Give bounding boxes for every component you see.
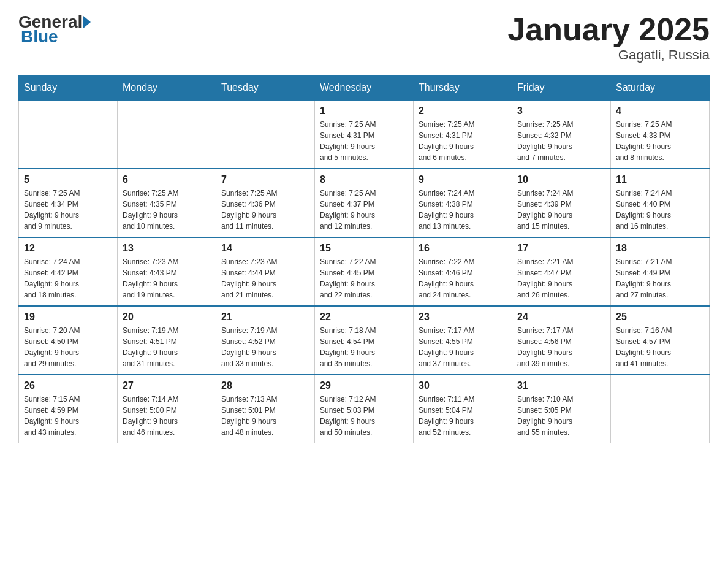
- calendar-cell: 19Sunrise: 7:20 AM Sunset: 4:50 PM Dayli…: [19, 306, 118, 375]
- day-info: Sunrise: 7:20 AM Sunset: 4:50 PM Dayligh…: [24, 325, 112, 369]
- day-info: Sunrise: 7:22 AM Sunset: 4:45 PM Dayligh…: [320, 256, 408, 301]
- day-number: 12: [24, 243, 112, 254]
- calendar-day-header-tuesday: Tuesday: [216, 76, 315, 101]
- calendar-week-row-4: 26Sunrise: 7:15 AM Sunset: 4:59 PM Dayli…: [19, 375, 710, 443]
- calendar-cell: 21Sunrise: 7:19 AM Sunset: 4:52 PM Dayli…: [216, 306, 315, 375]
- day-number: 11: [616, 174, 704, 185]
- day-info: Sunrise: 7:25 AM Sunset: 4:34 PM Dayligh…: [24, 188, 112, 232]
- day-info: Sunrise: 7:19 AM Sunset: 4:51 PM Dayligh…: [123, 325, 211, 369]
- day-number: 15: [320, 243, 408, 254]
- calendar-cell: [118, 100, 216, 169]
- logo-arrow-icon: [83, 16, 91, 28]
- calendar-cell: 23Sunrise: 7:17 AM Sunset: 4:55 PM Dayli…: [414, 306, 512, 375]
- calendar-week-row-2: 12Sunrise: 7:24 AM Sunset: 4:42 PM Dayli…: [19, 237, 710, 306]
- day-info: Sunrise: 7:15 AM Sunset: 4:59 PM Dayligh…: [24, 394, 112, 438]
- day-number: 30: [419, 380, 507, 391]
- calendar-cell: 20Sunrise: 7:19 AM Sunset: 4:51 PM Dayli…: [118, 306, 216, 375]
- day-info: Sunrise: 7:19 AM Sunset: 4:52 PM Dayligh…: [221, 325, 309, 369]
- calendar-day-header-wednesday: Wednesday: [315, 76, 414, 101]
- calendar-week-row-1: 5Sunrise: 7:25 AM Sunset: 4:34 PM Daylig…: [19, 169, 710, 237]
- day-number: 10: [517, 174, 605, 185]
- calendar-cell: [19, 100, 118, 169]
- calendar-table: SundayMondayTuesdayWednesdayThursdayFrid…: [18, 75, 710, 443]
- day-number: 16: [419, 243, 507, 254]
- day-number: 7: [221, 174, 309, 185]
- day-number: 1: [320, 105, 408, 117]
- day-info: Sunrise: 7:24 AM Sunset: 4:38 PM Dayligh…: [419, 188, 507, 232]
- day-info: Sunrise: 7:14 AM Sunset: 5:00 PM Dayligh…: [123, 394, 211, 438]
- month-title: January 2025: [507, 12, 710, 47]
- calendar-week-row-3: 19Sunrise: 7:20 AM Sunset: 4:50 PM Dayli…: [19, 306, 710, 375]
- calendar-cell: 26Sunrise: 7:15 AM Sunset: 4:59 PM Dayli…: [19, 375, 118, 443]
- day-info: Sunrise: 7:21 AM Sunset: 4:49 PM Dayligh…: [616, 256, 704, 301]
- day-number: 25: [616, 312, 704, 323]
- day-info: Sunrise: 7:16 AM Sunset: 4:57 PM Dayligh…: [616, 325, 704, 369]
- calendar-cell: [611, 375, 710, 443]
- calendar-cell: 16Sunrise: 7:22 AM Sunset: 4:46 PM Dayli…: [414, 237, 512, 306]
- day-number: 26: [24, 380, 112, 391]
- day-info: Sunrise: 7:25 AM Sunset: 4:31 PM Dayligh…: [419, 119, 507, 163]
- calendar-cell: 18Sunrise: 7:21 AM Sunset: 4:49 PM Dayli…: [611, 237, 710, 306]
- calendar-cell: 5Sunrise: 7:25 AM Sunset: 4:34 PM Daylig…: [19, 169, 118, 237]
- location-label: Gagatli, Russia: [507, 47, 710, 63]
- calendar-cell: 2Sunrise: 7:25 AM Sunset: 4:31 PM Daylig…: [414, 100, 512, 169]
- calendar-day-header-saturday: Saturday: [611, 76, 710, 101]
- calendar-cell: 7Sunrise: 7:25 AM Sunset: 4:36 PM Daylig…: [216, 169, 315, 237]
- calendar-cell: 17Sunrise: 7:21 AM Sunset: 4:47 PM Dayli…: [512, 237, 611, 306]
- day-info: Sunrise: 7:18 AM Sunset: 4:54 PM Dayligh…: [320, 325, 408, 369]
- day-number: 2: [419, 105, 507, 117]
- logo: General Blue: [18, 12, 92, 47]
- calendar-cell: 1Sunrise: 7:25 AM Sunset: 4:31 PM Daylig…: [315, 100, 414, 169]
- calendar-day-header-sunday: Sunday: [19, 76, 118, 101]
- calendar-day-header-monday: Monday: [118, 76, 216, 101]
- calendar-cell: 13Sunrise: 7:23 AM Sunset: 4:43 PM Dayli…: [118, 237, 216, 306]
- day-number: 20: [123, 312, 211, 323]
- calendar-cell: 31Sunrise: 7:10 AM Sunset: 5:05 PM Dayli…: [512, 375, 611, 443]
- calendar-cell: 25Sunrise: 7:16 AM Sunset: 4:57 PM Dayli…: [611, 306, 710, 375]
- day-info: Sunrise: 7:17 AM Sunset: 4:56 PM Dayligh…: [517, 325, 605, 369]
- calendar-cell: 12Sunrise: 7:24 AM Sunset: 4:42 PM Dayli…: [19, 237, 118, 306]
- calendar-cell: 14Sunrise: 7:23 AM Sunset: 4:44 PM Dayli…: [216, 237, 315, 306]
- day-number: 17: [517, 243, 605, 254]
- calendar-cell: 8Sunrise: 7:25 AM Sunset: 4:37 PM Daylig…: [315, 169, 414, 237]
- day-number: 8: [320, 174, 408, 185]
- day-info: Sunrise: 7:24 AM Sunset: 4:42 PM Dayligh…: [24, 256, 112, 301]
- calendar-day-header-friday: Friday: [512, 76, 611, 101]
- day-number: 19: [24, 312, 112, 323]
- day-number: 14: [221, 243, 309, 254]
- day-info: Sunrise: 7:13 AM Sunset: 5:01 PM Dayligh…: [221, 394, 309, 438]
- day-number: 29: [320, 380, 408, 391]
- day-number: 28: [221, 380, 309, 391]
- calendar-cell: 3Sunrise: 7:25 AM Sunset: 4:32 PM Daylig…: [512, 100, 611, 169]
- calendar-cell: 9Sunrise: 7:24 AM Sunset: 4:38 PM Daylig…: [414, 169, 512, 237]
- calendar-day-header-thursday: Thursday: [414, 76, 512, 101]
- day-info: Sunrise: 7:24 AM Sunset: 4:40 PM Dayligh…: [616, 188, 704, 232]
- calendar-week-row-0: 1Sunrise: 7:25 AM Sunset: 4:31 PM Daylig…: [19, 100, 710, 169]
- day-info: Sunrise: 7:25 AM Sunset: 4:32 PM Dayligh…: [517, 119, 605, 163]
- day-number: 3: [517, 105, 605, 117]
- day-number: 31: [517, 380, 605, 391]
- day-number: 22: [320, 312, 408, 323]
- calendar-cell: 29Sunrise: 7:12 AM Sunset: 5:03 PM Dayli…: [315, 375, 414, 443]
- calendar-cell: 30Sunrise: 7:11 AM Sunset: 5:04 PM Dayli…: [414, 375, 512, 443]
- day-info: Sunrise: 7:12 AM Sunset: 5:03 PM Dayligh…: [320, 394, 408, 438]
- day-info: Sunrise: 7:25 AM Sunset: 4:31 PM Dayligh…: [320, 119, 408, 163]
- day-number: 5: [24, 174, 112, 185]
- calendar-cell: [216, 100, 315, 169]
- calendar-cell: 22Sunrise: 7:18 AM Sunset: 4:54 PM Dayli…: [315, 306, 414, 375]
- calendar-cell: 4Sunrise: 7:25 AM Sunset: 4:33 PM Daylig…: [611, 100, 710, 169]
- day-info: Sunrise: 7:24 AM Sunset: 4:39 PM Dayligh…: [517, 188, 605, 232]
- calendar-cell: 11Sunrise: 7:24 AM Sunset: 4:40 PM Dayli…: [611, 169, 710, 237]
- day-number: 24: [517, 312, 605, 323]
- day-info: Sunrise: 7:25 AM Sunset: 4:37 PM Dayligh…: [320, 188, 408, 232]
- day-number: 9: [419, 174, 507, 185]
- day-number: 27: [123, 380, 211, 391]
- day-info: Sunrise: 7:25 AM Sunset: 4:33 PM Dayligh…: [616, 119, 704, 163]
- title-section: January 2025 Gagatli, Russia: [507, 12, 710, 63]
- day-number: 23: [419, 312, 507, 323]
- page-header: General Blue January 2025 Gagatli, Russi…: [18, 12, 710, 63]
- day-number: 6: [123, 174, 211, 185]
- day-info: Sunrise: 7:23 AM Sunset: 4:44 PM Dayligh…: [221, 256, 309, 301]
- day-number: 18: [616, 243, 704, 254]
- calendar-header-row: SundayMondayTuesdayWednesdayThursdayFrid…: [19, 76, 710, 101]
